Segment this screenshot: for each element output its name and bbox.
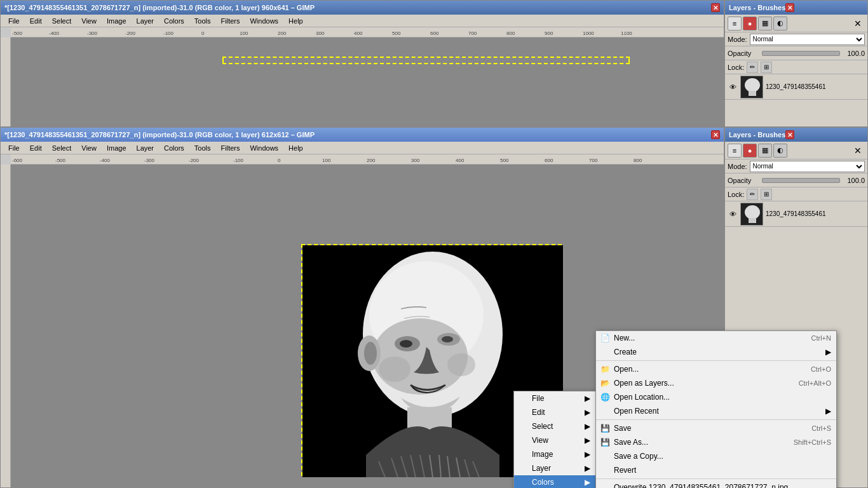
ctx-edit[interactable]: Edit ▶ [514,405,595,419]
menu-colors-top[interactable]: Colors [159,16,189,26]
opacity-slider-bottom[interactable] [762,178,840,183]
svg-text:300: 300 [411,158,420,163]
svg-text:-600: -600 [12,158,23,163]
lock-position-btn-top[interactable]: ⊞ [761,62,772,73]
ctx-layer[interactable]: Layer ▶ [514,461,595,475]
menu-layer-bottom[interactable]: Layer [132,143,159,153]
opacity-label-bottom: Opacity [728,177,759,184]
layers-icon-bottom[interactable]: ≡ [728,144,742,158]
menu-windows-top[interactable]: Windows [245,16,283,26]
ctx-overwrite[interactable]: Overwrite 1230_479148355461​_2078671727_… [596,480,836,488]
ctx-view[interactable]: View ▶ [514,433,595,447]
context-submenu: 📄 New... Ctrl+N Create ▶ 📁 Open... Ctrl+… [595,330,837,488]
ctx-open-recent[interactable]: Open Recent ▶ [596,404,836,418]
menu-tools-top[interactable]: Tools [189,16,216,26]
svg-point-49 [745,205,760,219]
svg-text:-200: -200 [189,158,200,163]
menu-image-top[interactable]: Image [102,16,132,26]
lock-pixels-btn-top[interactable]: ✏ [747,62,758,73]
gradients-icon-top[interactable]: ◐ [773,17,787,30]
lock-pixels-btn-bottom[interactable]: ✏ [747,189,758,200]
menu-view-bottom[interactable]: View [76,143,102,153]
ctx-revert[interactable]: Revert [596,463,836,477]
layers-mode-row-bottom: Mode: Normal [725,159,867,173]
menu-help-bottom[interactable]: Help [283,143,308,153]
mode-select-bottom[interactable]: Normal [750,161,865,172]
bottom-close-button[interactable]: ✕ [711,130,720,139]
svg-text:100: 100 [240,30,248,36]
layer-item-top: 👁 1230_479148355461 [725,74,867,100]
menu-edit-top[interactable]: Edit [25,16,47,26]
ctx-edit-label: Edit [532,408,545,417]
top-close-button[interactable]: ✕ [711,3,720,12]
ctx-open[interactable]: 📁 Open... Ctrl+O [596,362,836,376]
svg-text:400: 400 [456,158,465,163]
menu-edit-bottom[interactable]: Edit [25,143,47,153]
ctx-create[interactable]: Create ▶ [596,345,836,359]
ruler-horizontal-bottom: -600 -500 -400 -300 -200 -100 0 100 200 … [11,154,724,165]
ctx-save-copy-label: Save a Copy... [614,452,663,461]
layer-eye-top[interactable]: 👁 [728,82,738,92]
ctx-colors-label: Colors [532,478,554,487]
menu-view-top[interactable]: View [76,16,102,26]
menu-filters-bottom[interactable]: Filters [216,143,245,153]
brushes-icon-bottom[interactable]: ● [743,144,757,158]
save-as-icon: 💾 [599,438,611,447]
ctx-file[interactable]: File ▶ [514,391,595,405]
ctx-open-as-layers[interactable]: 📂 Open as Layers... Ctrl+Alt+O [596,376,836,390]
menu-windows-bottom[interactable]: Windows [245,143,283,153]
svg-text:-200: -200 [125,30,136,36]
ctx-save-copy[interactable]: Save a Copy... [596,449,836,463]
svg-text:-500: -500 [12,30,23,36]
menu-image-bottom[interactable]: Image [102,143,132,153]
layers-panel-top: Layers - Brushes ✕ ≡ ● ▦ ◐ ✕ Mode: Norma… [724,0,868,127]
ctx-image[interactable]: Image ▶ [514,447,595,461]
layer-eye-bottom[interactable]: 👁 [728,209,738,219]
ctx-select[interactable]: Select ▶ [514,419,595,433]
menu-file-bottom[interactable]: File [3,143,25,153]
opacity-value-top: 100.0 [843,50,865,57]
ctx-view-arrow: ▶ [585,436,590,445]
svg-text:800: 800 [634,158,642,163]
ctx-open-label: Open... [614,365,639,374]
menu-colors-bottom[interactable]: Colors [159,143,189,153]
context-left-menu: File ▶ Edit ▶ Select ▶ View ▶ Image ▶ La… [513,391,596,488]
patterns-icon-top[interactable]: ▦ [758,17,772,30]
layers-close-btn-bottom[interactable]: ✕ [851,144,865,158]
ctx-save-shortcut: Ctrl+S [811,424,831,432]
ctx-colors-arrow: ▶ [585,478,590,487]
opacity-slider-top[interactable] [762,51,840,56]
layers-icon-top[interactable]: ≡ [728,17,742,30]
mode-select-top[interactable]: Normal [750,34,865,45]
ruler-horizontal-top: -500 -400 -300 -200 -100 0 100 200 300 4… [11,27,724,37]
menu-layer-top[interactable]: Layer [132,16,159,26]
menu-tools-bottom[interactable]: Tools [189,143,216,153]
save-icon: 💾 [599,424,611,433]
ctx-open-location[interactable]: 🌐 Open Location... [596,390,836,404]
patterns-icon-bottom[interactable]: ▦ [758,144,772,158]
menu-filters-top[interactable]: Filters [216,16,245,26]
ctx-save-as-label: Save As... [614,438,648,447]
layers-close-btn-top[interactable]: ✕ [851,17,865,30]
svg-text:600: 600 [430,30,439,36]
ctx-file-label: File [532,394,544,403]
menu-help-top[interactable]: Help [283,16,308,26]
lock-position-btn-bottom[interactable]: ⊞ [761,189,772,200]
layers-close-bottom[interactable]: ✕ [785,130,794,139]
ctx-save-as[interactable]: 💾 Save As... Shift+Ctrl+S [596,435,836,449]
bottom-titlebar: *[1230_479148355461351_2078671727_n] (im… [1,128,724,142]
ctx-create-label: Create [614,348,637,356]
svg-text:-500: -500 [55,158,66,163]
brushes-icon-top[interactable]: ● [743,17,757,30]
svg-text:700: 700 [468,30,477,36]
ctx-colors[interactable]: Colors ▶ [514,475,595,488]
menu-select-top[interactable]: Select [47,16,77,26]
gradients-icon-bottom[interactable]: ◐ [773,144,787,158]
ctx-layer-label: Layer [532,464,551,473]
ctx-new[interactable]: 📄 New... Ctrl+N [596,331,836,345]
layers-close-top[interactable]: ✕ [785,3,794,12]
menu-select-bottom[interactable]: Select [47,143,77,153]
ctx-save[interactable]: 💾 Save Ctrl+S [596,421,836,435]
menu-file-top[interactable]: File [3,16,25,26]
svg-text:500: 500 [500,158,509,163]
